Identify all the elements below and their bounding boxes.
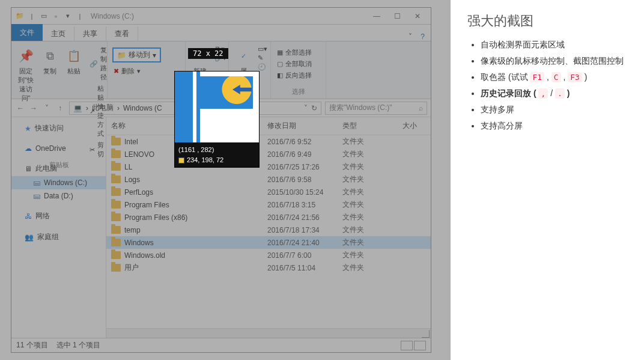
back-button[interactable]: ← — [15, 104, 26, 112]
select-none-button[interactable]: ▢全部取消 — [276, 59, 321, 69]
details-view-icon[interactable] — [401, 341, 413, 350]
file-row[interactable]: Intel2016/7/6 9:52文件夹 — [106, 135, 431, 148]
file-list[interactable]: Intel2016/7/6 9:52文件夹LENOVO2016/7/6 9:49… — [106, 135, 431, 328]
qat-sep2: | — [75, 11, 85, 21]
cloud-icon: ☁ — [25, 144, 32, 153]
column-headers[interactable]: 名称 修改日期 类型 大小 — [106, 117, 431, 135]
copy-button[interactable]: ⧉ 复制 — [40, 44, 59, 76]
history-dropdown[interactable]: ˅ — [41, 104, 52, 112]
feature-list: 自动检测界面元素区域 像素级的鼠标移动控制、截图范围控制 取色器 (试试 F1 … — [467, 38, 634, 132]
qat-dropdown-icon[interactable]: ▾ — [63, 11, 73, 21]
folder-icon — [111, 188, 121, 196]
edit-icon[interactable]: ✎ — [258, 54, 267, 62]
select-group-label: 选择 — [276, 86, 321, 96]
file-type: 文件夹 — [338, 263, 386, 273]
file-row[interactable]: 用户2016/7/5 11:04文件夹 — [106, 261, 431, 274]
doc-panel: 强大的截图 自动检测界面元素区域 像素级的鼠标移动控制、截图范围控制 取色器 (… — [451, 0, 644, 360]
col-date[interactable]: 修改日期 — [263, 117, 338, 135]
file-row[interactable]: temp2016/7/18 17:34文件夹 — [106, 224, 431, 236]
file-list-pane: 名称 修改日期 类型 大小 Intel2016/7/6 9:52文件夹LENOV… — [106, 117, 431, 338]
properties-icon: ✓ — [234, 46, 253, 66]
open-icon[interactable]: ▭▾ — [258, 45, 267, 53]
window-icon: 📁 — [15, 11, 25, 21]
file-type: 文件夹 — [338, 187, 386, 197]
tab-view[interactable]: 查看 — [106, 26, 138, 41]
key-f1: F1 — [530, 72, 544, 82]
invert-selection-button[interactable]: ◧反向选择 — [276, 70, 321, 81]
file-row[interactable]: PerfLogs2015/10/30 15:24文件夹 — [106, 186, 431, 198]
sidebar-network[interactable]: 🖧网络 — [11, 209, 106, 224]
key-period: . — [555, 88, 565, 99]
sidebar-onedrive[interactable]: ☁OneDrive — [11, 142, 106, 155]
tab-share[interactable]: 共享 — [74, 26, 106, 41]
selection-count: 选中 1 个项目 — [56, 340, 100, 350]
history-icon[interactable]: 🕘 — [258, 63, 267, 71]
sidebar-drive-d[interactable]: 🖴Data (D:) — [11, 189, 106, 203]
file-type: 文件夹 — [338, 225, 386, 235]
col-size[interactable]: 大小 — [386, 117, 422, 135]
status-bar: 11 个项目 选中 1 个项目 — [11, 338, 431, 352]
folder-icon — [111, 175, 121, 183]
file-date: 2016/7/18 17:34 — [263, 226, 338, 234]
help-icon[interactable]: ? — [421, 32, 425, 41]
file-date: 2016/7/6 9:58 — [263, 175, 338, 184]
sidebar-drive-c[interactable]: 🖴Windows (C:) — [11, 176, 106, 189]
magnifier-tooltip: (1161 , 282) 234, 198, 72 — [174, 71, 260, 168]
qat-folder-icon[interactable]: ▫ — [51, 11, 61, 21]
copy-path-button[interactable]: 🔗复制路径 — [88, 45, 108, 82]
file-date: 2015/10/30 15:24 — [263, 188, 338, 197]
folder-icon — [111, 213, 121, 221]
icons-view-icon[interactable] — [414, 341, 426, 350]
select-all-button[interactable]: ▦全部选择 — [276, 47, 321, 58]
forward-button[interactable]: → — [28, 104, 39, 112]
file-row[interactable]: Windows2016/7/24 21:40文件夹 — [106, 236, 431, 249]
qat-props-icon[interactable]: ▭ — [39, 11, 49, 21]
file-row[interactable]: LENOVO2016/7/6 9:49文件夹 — [106, 148, 431, 160]
drive-icon: 🖴 — [33, 192, 40, 200]
tab-home[interactable]: 主页 — [43, 26, 74, 41]
sidebar-homegroup[interactable]: 👥家庭组 — [11, 230, 106, 245]
maximize-button[interactable]: ☐ — [392, 12, 402, 20]
file-name: temp — [124, 226, 141, 234]
file-type: 文件夹 — [338, 162, 386, 172]
file-date: 2016/7/6 9:49 — [263, 150, 338, 159]
up-button[interactable]: ↑ — [55, 104, 65, 112]
file-row[interactable]: Logs2016/7/6 9:58文件夹 — [106, 173, 431, 186]
file-name: PerfLogs — [124, 188, 153, 197]
feature-hidpi: 支持高分屏 — [481, 120, 634, 132]
col-type[interactable]: 类型 — [338, 117, 386, 135]
file-name: Logs — [124, 175, 140, 184]
delete-button[interactable]: ✖删除▾ — [112, 66, 142, 76]
tab-file[interactable]: 文件 — [11, 24, 43, 41]
monitor-icon: 🖥 — [25, 165, 32, 173]
paste-button[interactable]: 📋 粘贴 — [64, 44, 84, 76]
addr-dropdown-icon[interactable]: ˅ — [304, 104, 308, 112]
move-to-button[interactable]: 📁 移动到 ▾ — [112, 47, 161, 63]
file-type: 文件夹 — [338, 212, 386, 222]
folder-move-icon: 📁 — [117, 51, 126, 59]
delete-icon: ✖ — [114, 67, 119, 75]
pin-button[interactable]: 📌 固定到"快 速访问" — [16, 44, 35, 103]
folder-icon — [111, 138, 121, 145]
sidebar-this-pc[interactable]: 🖥此电脑 — [11, 161, 106, 176]
file-row[interactable]: Windows.old2016/7/7 6:00文件夹 — [106, 249, 431, 261]
title-bar: 📁 | ▭ ▫ ▾ | Windows (C:) — ☐ ✕ — [11, 8, 431, 25]
file-date: 2016/7/24 21:56 — [263, 213, 338, 222]
file-name: Intel — [124, 138, 138, 146]
file-date: 2016/7/6 9:52 — [263, 138, 338, 146]
file-row[interactable]: Program Files (x86)2016/7/24 21:56文件夹 — [106, 211, 431, 224]
close-button[interactable]: ✕ — [413, 12, 422, 20]
file-row[interactable]: Program Files2016/7/18 3:15文件夹 — [106, 198, 431, 211]
folder-icon — [111, 264, 121, 272]
horizontal-scrollbar[interactable] — [106, 328, 431, 338]
ribbon-collapse-icon[interactable]: ˅ — [409, 32, 412, 41]
minimize-button[interactable]: — — [372, 12, 381, 20]
file-row[interactable]: LL2016/7/25 17:26文件夹 — [106, 160, 431, 173]
nav-sidebar: ★快速访问 ☁OneDrive 🖥此电脑 🖴Windows (C:) 🖴Data… — [11, 117, 106, 338]
feature-pixel-control: 像素级的鼠标移动控制、截图范围控制 — [481, 55, 634, 67]
sidebar-quick-access[interactable]: ★快速访问 — [11, 121, 106, 136]
homegroup-icon: 👥 — [25, 233, 34, 242]
network-icon: 🖧 — [25, 212, 32, 221]
refresh-icon[interactable]: ↻ — [311, 104, 317, 112]
search-input[interactable]: 搜索"Windows (C:)" ⌕ — [325, 102, 427, 115]
